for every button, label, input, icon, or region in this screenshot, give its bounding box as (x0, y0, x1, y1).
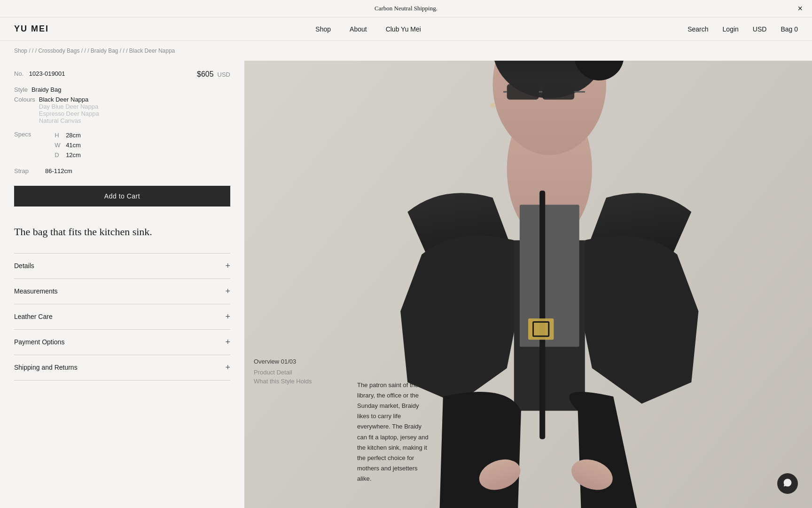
breadcrumb-separator: / (29, 48, 35, 54)
image-content-overlay: Overview 01/03 Product Detail What this … (244, 61, 812, 508)
nav-item-about[interactable]: About (350, 25, 367, 33)
accordion: Details + Measurements + Leather Care + … (14, 253, 230, 381)
accordion-measurements-header[interactable]: Measurements + (14, 286, 230, 296)
main-layout: No. 1023-019001 $605 USD Style Braidy Ba… (0, 61, 812, 508)
specs-label: Specs (14, 131, 31, 160)
nav-item-usd[interactable]: USD (753, 25, 767, 33)
accordion-measurements: Measurements + (14, 278, 230, 304)
strap-value: 86-112cm (45, 167, 72, 175)
spec-val-w: 41cm (66, 141, 81, 151)
spec-dim-d: D (55, 151, 62, 160)
nav-right-items: Search Login USD Bag 0 (687, 25, 798, 33)
nav-item-bag[interactable]: Bag 0 (781, 25, 798, 33)
breadcrumb-separator2: / (81, 48, 87, 54)
nav-item-shop[interactable]: Shop (315, 25, 331, 33)
product-number: 1023-019001 (29, 70, 65, 77)
style-value: Braidy Bag (31, 86, 62, 93)
breadcrumb-separator3: / (120, 48, 126, 54)
breadcrumb-colour: Black Deer Nappa (126, 48, 175, 54)
nav-item-search[interactable]: Search (687, 25, 708, 33)
spec-depth: D 12cm (55, 151, 81, 160)
spec-height: H 28cm (55, 131, 81, 141)
announcement-banner: Carbon Neutral Shipping. × (0, 0, 812, 17)
image-sidebar-nav: Overview 01/03 Product Detail What this … (244, 61, 338, 508)
banner-link[interactable]: Shipping. (414, 5, 437, 12)
colour-option-1[interactable]: Day Blue Deer Nappa (39, 103, 99, 110)
image-nav-product-detail[interactable]: Product Detail (254, 369, 329, 376)
product-info-panel: No. 1023-019001 $605 USD Style Braidy Ba… (0, 61, 244, 508)
price-currency: USD (218, 71, 230, 78)
accordion-shipping-header[interactable]: Shipping and Returns + (14, 363, 230, 373)
specs-grid: H 28cm W 41cm D 12cm (55, 131, 81, 160)
spec-val-d: 12cm (66, 151, 81, 160)
accordion-payment-header[interactable]: Payment Options + (14, 337, 230, 347)
style-row: Style Braidy Bag (14, 86, 230, 93)
style-label: Style (14, 86, 28, 93)
colour-option-current[interactable]: Black Deer Nappa (39, 96, 99, 103)
chat-icon (783, 478, 792, 490)
accordion-leather-care-label: Leather Care (14, 313, 53, 320)
product-no-price-row: No. 1023-019001 $605 USD (14, 70, 230, 79)
navigation: YU MEI Shop About Club Yu Mei Search Log… (0, 17, 812, 41)
accordion-leather-care-icon: + (225, 312, 230, 322)
spec-width: W 41cm (55, 141, 81, 151)
site-logo[interactable]: YU MEI (14, 24, 49, 34)
breadcrumb: Shop / Crossbody Bags / Braidy Bag / Bla… (0, 41, 812, 61)
breadcrumb-shop[interactable]: Shop (14, 48, 27, 54)
colour-option-2[interactable]: Espresso Deer Nappa (39, 110, 99, 117)
spec-dim-w: W (55, 141, 62, 151)
colours-row: Colours Black Deer Nappa Day Blue Deer N… (14, 96, 230, 124)
product-tagline: The bag that fits the kitchen sink. (14, 225, 230, 239)
nav-left-items: Shop About Club Yu Mei (315, 25, 421, 33)
add-to-cart-button[interactable]: Add to Cart (14, 186, 230, 206)
product-number-block: No. 1023-019001 (14, 70, 65, 78)
image-nav-style-holds[interactable]: What this Style Holds (254, 378, 329, 385)
banner-close-button[interactable]: × (797, 4, 803, 14)
accordion-details: Details + (14, 253, 230, 278)
accordion-details-label: Details (14, 262, 34, 270)
colour-options: Black Deer Nappa Day Blue Deer Nappa Esp… (39, 96, 99, 124)
accordion-shipping: Shipping and Returns + (14, 355, 230, 381)
price-amount: $605 (197, 70, 214, 78)
accordion-shipping-icon: + (225, 363, 230, 373)
product-image-panel: Overview 01/03 Product Detail What this … (244, 61, 812, 508)
accordion-details-header[interactable]: Details + (14, 261, 230, 271)
description-text: The patron saint of the library, the off… (357, 380, 432, 484)
accordion-measurements-icon: + (225, 286, 230, 296)
colour-option-3[interactable]: Natural Canvas (39, 117, 99, 124)
accordion-shipping-label: Shipping and Returns (14, 364, 78, 371)
breadcrumb-crossbody[interactable]: Crossbody Bags (35, 48, 80, 54)
banner-text: Carbon Neutral (375, 5, 413, 12)
colours-label: Colours (14, 96, 35, 124)
spec-val-h: 28cm (66, 131, 81, 141)
accordion-payment-icon: + (225, 337, 230, 347)
breadcrumb-braidy[interactable]: Braidy Bag (87, 48, 118, 54)
nav-item-club[interactable]: Club Yu Mei (386, 25, 421, 33)
strap-section: Strap 86-112cm (14, 167, 230, 175)
product-description: The patron saint of the library, the off… (357, 380, 432, 484)
accordion-details-icon: + (225, 261, 230, 271)
spec-dim-h: H (55, 131, 62, 141)
accordion-leather-care: Leather Care + (14, 304, 230, 329)
accordion-measurements-label: Measurements (14, 287, 58, 295)
no-label: No. (14, 70, 23, 77)
accordion-payment-label: Payment Options (14, 338, 64, 346)
accordion-payment: Payment Options + (14, 329, 230, 355)
price-block: $605 USD (197, 70, 230, 79)
image-nav-title: Overview 01/03 (254, 358, 329, 365)
strap-label: Strap (14, 167, 38, 175)
nav-item-login[interactable]: Login (723, 25, 739, 33)
specs-section: Specs H 28cm W 41cm D 12cm (14, 131, 230, 160)
chat-button[interactable] (777, 473, 798, 494)
accordion-leather-care-header[interactable]: Leather Care + (14, 312, 230, 322)
